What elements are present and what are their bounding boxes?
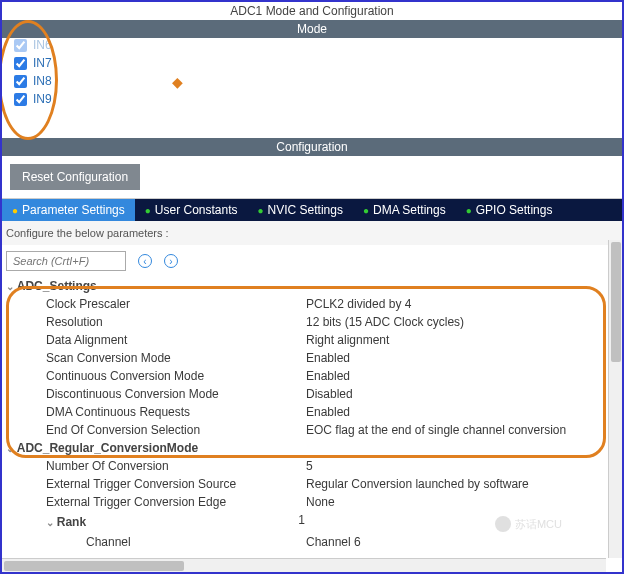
param-label: Number Of Conversion: [46, 459, 306, 473]
group-adc-settings[interactable]: ADC_Settings: [6, 277, 618, 295]
param-value: Channel 6: [306, 535, 361, 549]
param-label: Resolution: [46, 315, 306, 329]
param-value: Right alignment: [306, 333, 389, 347]
param-row[interactable]: ChannelChannel 6: [6, 533, 618, 551]
watermark: 苏话MCU: [495, 516, 562, 532]
watermark-text: 苏话MCU: [515, 517, 562, 532]
search-next-icon[interactable]: ›: [164, 254, 178, 268]
channel-label-in9: IN9: [33, 92, 52, 106]
param-row[interactable]: Discontinuous Conversion ModeDisabled: [6, 385, 618, 403]
tab-dma-settings[interactable]: DMA Settings: [353, 199, 456, 221]
config-section-header: Configuration: [2, 138, 622, 156]
search-input[interactable]: [6, 251, 126, 271]
param-value: Enabled: [306, 369, 350, 383]
vertical-scrollbar-thumb[interactable]: [611, 242, 621, 362]
param-value: None: [306, 495, 335, 509]
param-row[interactable]: External Trigger Conversion EdgeNone: [6, 493, 618, 511]
tab-parameter-settings[interactable]: Parameter Settings: [2, 199, 135, 221]
param-label: Continuous Conversion Mode: [46, 369, 306, 383]
param-row[interactable]: End Of Conversion SelectionEOC flag at t…: [6, 421, 618, 439]
param-value: 5: [306, 459, 313, 473]
watermark-icon: [495, 516, 511, 532]
channel-label-in7: IN7: [33, 56, 52, 70]
param-row[interactable]: Data AlignmentRight alignment: [6, 331, 618, 349]
param-value: Enabled: [306, 351, 350, 365]
channel-checkbox-in6[interactable]: [14, 39, 27, 52]
tab-gpio-settings[interactable]: GPIO Settings: [456, 199, 563, 221]
param-row[interactable]: DMA Continuous RequestsEnabled: [6, 403, 618, 421]
param-row[interactable]: Clock PrescalerPCLK2 divided by 4: [6, 295, 618, 313]
param-value: PCLK2 divided by 4: [306, 297, 411, 311]
param-value: Regular Conversion launched by software: [306, 477, 529, 491]
param-row[interactable]: Number Of Conversion5: [6, 457, 618, 475]
mode-content: IN6 IN7 IN8 IN9 ◆: [2, 38, 622, 138]
param-label: Data Alignment: [46, 333, 306, 347]
param-value: EOC flag at the end of single channel co…: [306, 423, 566, 437]
param-label: Channel: [86, 535, 306, 549]
param-value: Enabled: [306, 405, 350, 419]
search-bar: ‹ ›: [2, 245, 622, 277]
parameters-panel: ADC_Settings Clock PrescalerPCLK2 divide…: [2, 277, 622, 551]
channel-checkbox-in8[interactable]: [14, 75, 27, 88]
channel-checkbox-in7[interactable]: [14, 57, 27, 70]
param-value: 12 bits (15 ADC Clock cycles): [306, 315, 464, 329]
window-title: ADC1 Mode and Configuration: [2, 2, 622, 20]
param-label: Discontinuous Conversion Mode: [46, 387, 306, 401]
param-label: DMA Continuous Requests: [46, 405, 306, 419]
sub-rank-label: Rank: [46, 513, 86, 531]
param-row[interactable]: Continuous Conversion ModeEnabled: [6, 367, 618, 385]
param-row[interactable]: External Trigger Conversion SourceRegula…: [6, 475, 618, 493]
channel-label-in6: IN6: [33, 38, 52, 52]
param-value: Disabled: [306, 387, 353, 401]
tab-nvic-settings[interactable]: NVIC Settings: [248, 199, 353, 221]
param-label: External Trigger Conversion Source: [46, 477, 306, 491]
param-label: Clock Prescaler: [46, 297, 306, 311]
tab-user-constants[interactable]: User Constants: [135, 199, 248, 221]
param-label: Scan Conversion Mode: [46, 351, 306, 365]
vertical-scrollbar[interactable]: [608, 240, 622, 558]
channel-checkbox-in9[interactable]: [14, 93, 27, 106]
search-prev-icon[interactable]: ‹: [138, 254, 152, 268]
annotation-dot: ◆: [172, 74, 183, 90]
horizontal-scrollbar[interactable]: [2, 558, 606, 572]
param-label: End Of Conversion Selection: [46, 423, 306, 437]
group-adc-regular[interactable]: ADC_Regular_ConversionMode: [6, 439, 618, 457]
sub-rank-value: 1: [298, 513, 305, 531]
config-tabs: Parameter Settings User Constants NVIC S…: [2, 199, 622, 221]
config-description: Configure the below parameters :: [2, 221, 622, 245]
reset-bar: Reset Configuration: [2, 156, 622, 199]
horizontal-scrollbar-thumb[interactable]: [4, 561, 184, 571]
param-row[interactable]: Resolution12 bits (15 ADC Clock cycles): [6, 313, 618, 331]
mode-section-header: Mode: [2, 20, 622, 38]
param-label: External Trigger Conversion Edge: [46, 495, 306, 509]
channel-label-in8: IN8: [33, 74, 52, 88]
reset-configuration-button[interactable]: Reset Configuration: [10, 164, 140, 190]
param-row[interactable]: Scan Conversion ModeEnabled: [6, 349, 618, 367]
